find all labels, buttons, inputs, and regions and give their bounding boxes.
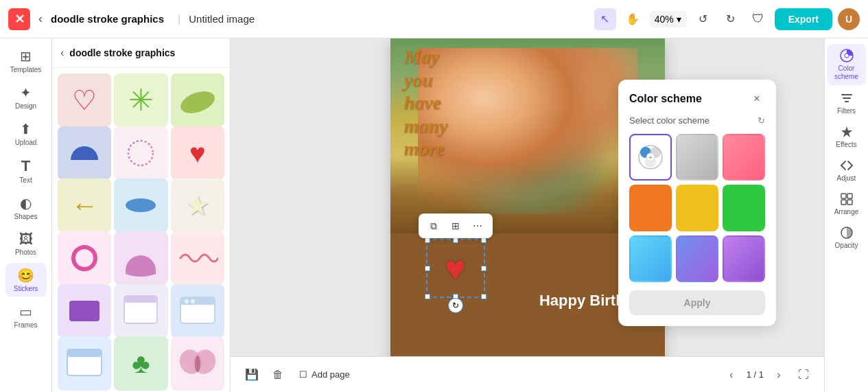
- save-to-cloud-button[interactable]: 💾: [242, 365, 262, 385]
- asset-ring-pink[interactable]: [58, 231, 111, 285]
- rpanel-label-effects: Effects: [836, 141, 856, 148]
- sidebar-item-frames[interactable]: ▭ Frames: [5, 299, 47, 333]
- add-page-button[interactable]: ☐ Add page: [294, 367, 355, 382]
- refresh-icon[interactable]: ↻: [758, 115, 765, 126]
- crop-button[interactable]: ⧉: [424, 216, 443, 235]
- handle-ml[interactable]: [425, 266, 430, 271]
- sidebar-item-shapes[interactable]: ◐ Shapes: [5, 191, 47, 224]
- redo-button[interactable]: ↻: [720, 8, 742, 30]
- panel-back-button[interactable]: ‹: [60, 47, 64, 59]
- svg-text:+: +: [648, 154, 653, 161]
- shield-button[interactable]: 🛡: [747, 8, 769, 30]
- svg-rect-28: [841, 194, 846, 198]
- sidebar-item-stickers[interactable]: 😊 Stickers: [5, 263, 47, 297]
- app-logo[interactable]: ✕: [8, 8, 30, 30]
- asset-clover[interactable]: ♣: [114, 336, 167, 390]
- asset-browser2[interactable]: [58, 336, 111, 390]
- frames-icon: ▭: [19, 303, 32, 320]
- svg-rect-25: [843, 97, 851, 99]
- export-button[interactable]: Export: [775, 8, 832, 30]
- asset-dotted-circle[interactable]: [114, 126, 167, 180]
- swatch-blue[interactable]: [629, 235, 672, 282]
- handle-tc[interactable]: [453, 238, 458, 243]
- asset-panel: ‹ doodle stroke graphics ♡ ✳: [52, 38, 231, 392]
- swatch-pink[interactable]: [723, 134, 765, 181]
- swatch-custom[interactable]: +: [629, 134, 672, 181]
- templates-icon: ⊞: [20, 48, 32, 65]
- asset-card[interactable]: [114, 284, 167, 338]
- asset-star[interactable]: ★: [171, 178, 224, 232]
- selected-element-heart[interactable]: ♥ ⧉ ⊞ ⋯ ↻: [432, 244, 480, 292]
- more-options-button[interactable]: ⋯: [468, 216, 487, 235]
- handle-tl[interactable]: [425, 238, 430, 243]
- swatch-yellow[interactable]: [676, 185, 718, 231]
- topbar: ✕ ‹ doodle stroke graphics | Untitled im…: [0, 0, 868, 38]
- svg-point-2: [126, 198, 156, 212]
- next-page-button[interactable]: ›: [769, 365, 788, 384]
- handle-mr[interactable]: [481, 266, 486, 271]
- delete-button[interactable]: 🗑: [268, 365, 288, 385]
- sidebar-label-text: Text: [19, 176, 32, 184]
- total-pages: 1: [759, 369, 764, 380]
- add-page-label: Add page: [312, 369, 350, 380]
- swatch-purple[interactable]: [723, 235, 765, 282]
- sidebar-item-design[interactable]: ✦ Design: [5, 80, 47, 114]
- asset-butterfly[interactable]: [171, 336, 224, 390]
- sidebar-item-upload[interactable]: ⬆ Upload: [5, 117, 47, 150]
- sidebar-label-shapes: Shapes: [14, 213, 38, 220]
- arrange-icon: [839, 192, 854, 207]
- user-avatar[interactable]: U: [838, 8, 860, 30]
- handle-bl[interactable]: [425, 294, 430, 299]
- rpanel-adjust[interactable]: Adjust: [828, 154, 866, 186]
- rpanel-arrange[interactable]: Arrange: [828, 187, 866, 220]
- rpanel-effects[interactable]: Effects: [828, 120, 866, 152]
- asset-squiggle[interactable]: [171, 231, 224, 285]
- apply-button[interactable]: Apply: [629, 290, 765, 315]
- rpanel-color-scheme[interactable]: Colorscheme: [828, 44, 866, 85]
- fullscreen-button[interactable]: ⛶: [794, 365, 813, 384]
- rotate-handle[interactable]: ↻: [448, 298, 463, 313]
- undo-button[interactable]: ↺: [692, 8, 714, 30]
- duplicate-button[interactable]: ⊞: [446, 216, 465, 235]
- canvas-content: Page 1 Mayyouhavemanymore Happy Birthday: [231, 38, 824, 356]
- panel-title: doodle stroke graphics: [51, 13, 164, 25]
- swatch-gray[interactable]: [676, 134, 718, 181]
- rpanel-opacity[interactable]: Opacity: [828, 221, 866, 253]
- asset-heart-outline[interactable]: ♡: [58, 73, 111, 127]
- page-count: 1 / 1: [747, 369, 764, 380]
- asset-rect-purple[interactable]: [58, 284, 111, 338]
- design-icon: ✦: [20, 84, 32, 101]
- sidebar-label-stickers: Stickers: [14, 285, 38, 292]
- handle-br[interactable]: [481, 294, 486, 299]
- sidebar-label-photos: Photos: [15, 249, 36, 256]
- sidebar-label-upload: Upload: [15, 139, 37, 146]
- asset-browser[interactable]: [171, 284, 224, 338]
- swatch-blue-purple[interactable]: [676, 235, 718, 282]
- swatch-green[interactable]: [723, 185, 765, 231]
- rpanel-filters[interactable]: Filters: [828, 87, 866, 119]
- shapes-icon: ◐: [20, 195, 32, 211]
- add-page-icon: ☐: [299, 369, 307, 380]
- svg-rect-30: [841, 200, 846, 205]
- zoom-control[interactable]: 40% ▾: [649, 11, 687, 27]
- back-button[interactable]: ‹: [36, 9, 45, 29]
- asset-leaf[interactable]: [171, 73, 224, 127]
- asset-capsule[interactable]: [114, 178, 167, 232]
- prev-page-button[interactable]: ‹: [722, 365, 741, 384]
- panel-header: ‹ doodle stroke graphics: [52, 38, 230, 68]
- asset-half-circle[interactable]: [58, 126, 111, 180]
- sidebar-item-text[interactable]: T Text: [5, 153, 47, 188]
- sidebar-item-photos[interactable]: 🖼 Photos: [5, 227, 47, 260]
- color-scheme-icon: [839, 48, 854, 63]
- asset-arrow[interactable]: ←: [58, 178, 111, 232]
- handle-tr[interactable]: [481, 238, 486, 243]
- opacity-icon: [839, 225, 854, 240]
- swatch-orange[interactable]: [629, 185, 672, 231]
- popup-close-button[interactable]: ×: [749, 91, 765, 107]
- sidebar-item-templates[interactable]: ⊞ Templates: [5, 44, 47, 78]
- asset-heart-filled[interactable]: ♥: [171, 126, 224, 180]
- asset-spiky-circle[interactable]: ✳: [114, 73, 167, 127]
- asset-arch[interactable]: [114, 231, 167, 285]
- cursor-tool-button[interactable]: ↖: [594, 8, 616, 30]
- hand-tool-button[interactable]: ✋: [622, 8, 644, 30]
